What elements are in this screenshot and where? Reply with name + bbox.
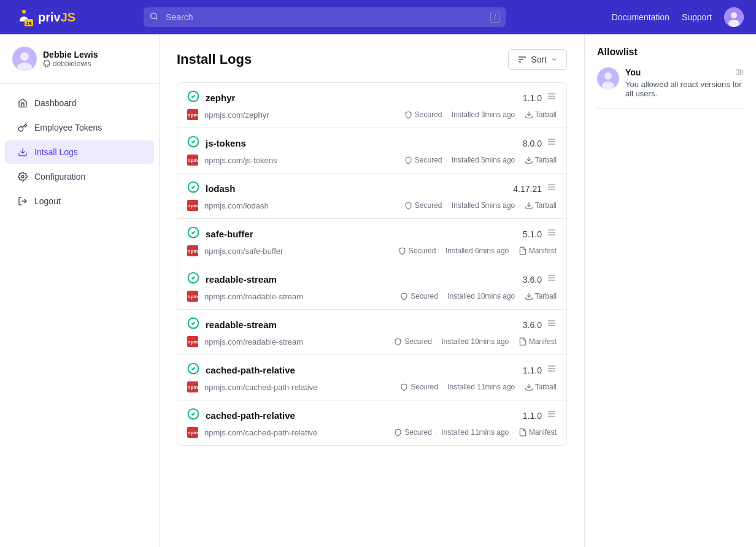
tarball-icon [525, 292, 533, 300]
sidebar-item-dashboard[interactable]: Dashboard [5, 91, 154, 115]
package-row-bottom: npm npmjs.com/readable-stream Secured · … [177, 291, 566, 309]
pkg-left: readable-stream [187, 272, 277, 287]
pkg-right: 4.17.21 [513, 182, 557, 195]
options-icon[interactable] [547, 409, 557, 422]
sidebar-item-configuration[interactable]: Configuration [5, 165, 154, 188]
pkg-version: 1.1.0 [523, 411, 542, 421]
allowlist-title: Allowlist [597, 47, 744, 58]
pkg-url-row: npm npmjs.com/readable-stream [187, 336, 303, 347]
package-row-bottom: npm npmjs.com/safe-buffer Secured · Inst… [177, 245, 566, 264]
search-bar: / [144, 7, 506, 27]
pkg-left: js-tokens [187, 136, 246, 151]
options-icon[interactable] [547, 364, 557, 377]
pkg-name: lodash [206, 183, 235, 194]
options-icon[interactable] [547, 137, 557, 150]
pkg-url: npmjs.com/js-tokens [204, 156, 277, 165]
npm-icon: npm [187, 245, 198, 256]
allowlist-description: You allowed all react versions for all u… [625, 80, 744, 98]
pkg-url-row: npm npmjs.com/zephyr [187, 109, 269, 120]
user-avatar-sidebar [12, 47, 37, 71]
sidebar: Debbie Lewis debbielewis [0, 34, 160, 547]
secured-badge: Secured [394, 428, 432, 437]
package-row-top: js-tokens 8.0.0 [177, 128, 566, 155]
package-row-top: readable-stream 3.6.0 [177, 310, 566, 336]
type-badge: Manifest [519, 428, 557, 437]
options-icon[interactable] [547, 91, 557, 104]
options-icon[interactable] [547, 228, 557, 240]
pkg-url-row: npm npmjs.com/safe-buffer [187, 245, 283, 256]
package-item: cached-path-relative 1.1.0 npm npmjs.com… [177, 355, 566, 400]
svg-point-10 [20, 52, 29, 61]
sort-icon [517, 55, 527, 64]
dot-separator-2: · [512, 337, 514, 346]
pkg-url: npmjs.com/readable-stream [204, 337, 303, 346]
shield-icon [394, 338, 402, 346]
sort-button[interactable]: Sort [508, 49, 567, 70]
npm-icon: npm [187, 336, 198, 347]
npm-icon: npm [187, 109, 198, 120]
package-row-top: readable-stream 3.6.0 [177, 264, 566, 291]
options-icon[interactable] [547, 182, 557, 195]
tarball-icon [525, 383, 533, 391]
install-time: Installed 3mins ago [452, 110, 515, 119]
pkg-name: readable-stream [206, 319, 277, 330]
user-info: Debbie Lewis debbielewis [43, 50, 98, 68]
package-row-top: cached-path-relative 1.1.0 [177, 355, 566, 381]
allowlist-time: 3h [736, 68, 744, 77]
pkg-right: 3.6.0 [523, 318, 557, 331]
package-row-bottom: npm npmjs.com/cached-path-relative Secur… [177, 427, 566, 445]
pkg-version: 1.1.0 [523, 93, 542, 103]
documentation-link[interactable]: Documentation [612, 12, 669, 22]
pkg-url: npmjs.com/cached-path-relative [204, 383, 317, 392]
page-title: Install Logs [177, 52, 252, 67]
user-avatar-topnav[interactable] [724, 7, 744, 27]
search-input[interactable] [144, 7, 506, 27]
pkg-version: 3.6.0 [523, 275, 542, 285]
pkg-name: cached-path-relative [206, 365, 295, 375]
pkg-url-row: npm npmjs.com/cached-path-relative [187, 427, 317, 438]
chevron-down-icon [550, 56, 558, 63]
pkg-meta: Secured · Installed 11mins ago · Manifes… [394, 428, 557, 437]
type-badge: Manifest [519, 337, 557, 346]
pkg-right: 3.6.0 [523, 273, 557, 286]
package-row-bottom: npm npmjs.com/cached-path-relative Secur… [177, 381, 566, 400]
shield-icon [400, 293, 408, 300]
pkg-url-row: npm npmjs.com/readable-stream [187, 291, 303, 302]
secured-badge: Secured [404, 201, 442, 210]
dot-separator: · [440, 247, 442, 255]
sidebar-item-employee-tokens[interactable]: Employee Tokens [5, 116, 154, 139]
package-item: readable-stream 3.6.0 npm npmjs.com/read… [177, 264, 566, 310]
type-badge: Tarball [525, 383, 557, 391]
logo[interactable]: JS privJS [12, 6, 86, 29]
shield-icon [404, 111, 412, 119]
support-link[interactable]: Support [682, 12, 712, 22]
manifest-icon [519, 337, 527, 346]
github-icon [43, 60, 50, 67]
pkg-version: 4.17.21 [513, 184, 542, 194]
pkg-version: 5.1.0 [523, 229, 542, 239]
pkg-meta: Secured · Installed 3mins ago · Tarball [404, 110, 557, 119]
package-item: readable-stream 3.6.0 npm npmjs.com/read… [177, 310, 566, 355]
pkg-url-row: npm npmjs.com/js-tokens [187, 155, 277, 166]
pkg-url: npmjs.com/zephyr [204, 110, 269, 120]
shield-icon [398, 247, 406, 255]
package-row-top: lodash 4.17.21 [177, 174, 566, 200]
dot-separator-2: · [512, 428, 514, 437]
sidebar-item-logout[interactable]: Logout [5, 189, 154, 213]
pkg-name: js-tokens [206, 138, 246, 148]
sidebar-item-install-logs[interactable]: Intsall Logs [5, 140, 154, 164]
dot-separator-2: · [519, 383, 520, 391]
install-time: Installed 5mins ago [452, 156, 515, 164]
search-shortcut: / [490, 12, 500, 23]
install-time: Installed 10mins ago [441, 337, 509, 346]
dot-separator: · [436, 428, 438, 437]
options-icon[interactable] [547, 318, 557, 331]
key-icon [17, 122, 28, 133]
check-icon [187, 272, 199, 287]
pkg-meta: Secured · Installed 5mins ago · Tarball [404, 201, 557, 210]
check-icon [187, 90, 199, 105]
package-item: lodash 4.17.21 npm npmjs.com/lodash [177, 174, 566, 219]
install-time: Installed 11mins ago [447, 383, 515, 391]
allowlist-user: You [625, 67, 641, 77]
options-icon[interactable] [547, 273, 557, 286]
